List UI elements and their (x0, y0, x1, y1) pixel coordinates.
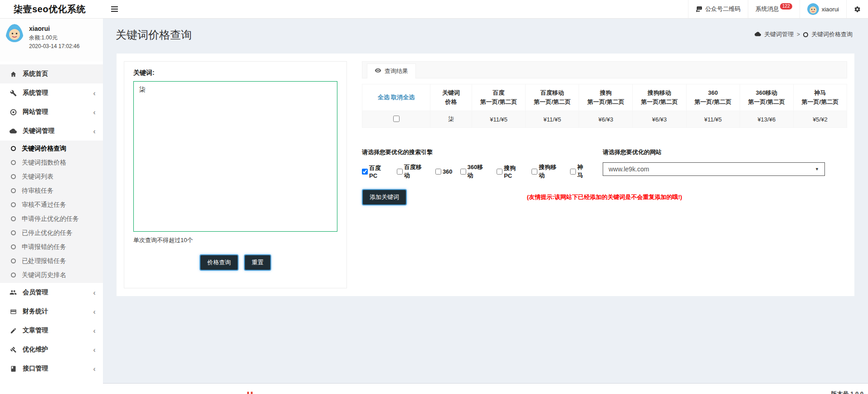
sidebar-item-website[interactable]: 网站管理 ‹ (0, 102, 103, 122)
tab-label: 查询结果 (385, 67, 408, 75)
website-select[interactable]: www.le9k.com ▼ (603, 162, 825, 176)
sidebar-subitem-label: 关键词指数价格 (22, 159, 66, 167)
price-cell: ¥13/¥6 (740, 111, 793, 128)
sidebar-item-home[interactable]: 系统首页 (0, 64, 103, 83)
cloud-icon (9, 127, 17, 135)
circle-icon (11, 230, 16, 235)
engine-checkbox[interactable] (532, 169, 537, 175)
keyword-submenu: 关键词价格查询 关键词指数价格 关键词列表 待审核任务 审核不通过任务 (0, 141, 103, 283)
sidebar-item-optimize[interactable]: 优化维护 ‹ (0, 340, 103, 359)
messages-count-badge: 122 (780, 3, 792, 10)
keyword-textarea[interactable]: 柒 (133, 81, 337, 232)
sidebar-subitem-stopped-tasks[interactable]: 已停止优化的任务 (0, 226, 103, 240)
engine-option-baidu-mobile[interactable]: 百度移动 (397, 163, 428, 180)
price-cell: ¥11/¥5 (686, 111, 740, 128)
circle-icon (11, 160, 16, 165)
engine-checkbox[interactable] (497, 169, 502, 175)
breadcrumb-separator: > (797, 31, 800, 38)
engine-option-360[interactable]: 360 (435, 168, 453, 175)
tab-query-results[interactable]: 查询结果 (367, 63, 416, 78)
column-header: 关键词价格 (430, 84, 472, 111)
keyword-query-card: 关键词: 柒 单次查询不得超过10个 价格查询 重置 (124, 61, 347, 288)
chevron-left-icon: ‹ (93, 108, 96, 116)
sidebar-item-system[interactable]: 系统管理 ‹ (0, 83, 103, 102)
engine-checkbox[interactable] (460, 169, 466, 175)
sidebar-item-finance[interactable]: 财务统计 ‹ (0, 302, 103, 321)
sidebar-item-label: 系统首页 (23, 70, 48, 78)
caret-down-icon: ▼ (815, 167, 819, 171)
row-select-cell (362, 111, 430, 128)
messages-menu-item[interactable]: 系统消息 122 (748, 0, 800, 18)
qrcode-menu-item[interactable]: 公众号二维码 (688, 0, 748, 18)
sidebar-subitem-label: 审核不通过任务 (22, 201, 66, 209)
sidebar-item-member[interactable]: 会员管理 ‹ (0, 283, 103, 302)
sidebar-subitem-handled-error-tasks[interactable]: 已处理报错任务 (0, 254, 103, 268)
engine-checkbox[interactable] (362, 169, 368, 175)
engine-option-sogou-mobile[interactable]: 搜狗移动 (532, 163, 562, 180)
sidebar-subitem-label: 关键词历史排名 (22, 271, 66, 279)
sidebar-item-article[interactable]: 文章管理 ‹ (0, 321, 103, 340)
chevron-left-icon: ‹ (93, 327, 96, 335)
breadcrumb-current: 关键词价格查询 (811, 30, 853, 39)
user-avatar (807, 3, 819, 15)
website-select-label: 请选择您要优化的网站 (603, 148, 825, 156)
hamburger-icon[interactable] (103, 0, 126, 18)
circle-icon (11, 174, 16, 179)
engine-option-sogou-pc[interactable]: 搜狗PC (497, 164, 524, 179)
column-header: 360移动第一页/第二页 (740, 84, 793, 111)
sidebar-subitem-label: 关键词列表 (22, 173, 54, 181)
row-checkbox[interactable] (393, 116, 400, 122)
sidebar-subitem-pending-tasks[interactable]: 待审核任务 (0, 184, 103, 198)
sidebar: xiaorui 余额:1.00元 2020-03-14 17:02:46 系统首… (0, 19, 103, 394)
sidebar-menu: 系统首页 系统管理 ‹ 网站管理 ‹ 关键词管理 ‹ 关键词价格查询 (0, 64, 103, 378)
engine-option-360-mobile[interactable]: 360移动 (460, 163, 489, 180)
engine-option-baidu-pc[interactable]: 百度PC (362, 164, 389, 179)
sidebar-subitem-price-query[interactable]: 关键词价格查询 (0, 141, 103, 156)
price-cell: ¥5/¥2 (793, 111, 847, 128)
friendly-hint: (友情提示:该网站下已经添加的关键词是不会重复添加的哦!) (527, 193, 682, 201)
chevron-left-icon: ‹ (93, 346, 96, 354)
sidebar-subitem-index-price[interactable]: 关键词指数价格 (0, 156, 103, 170)
circle-icon (11, 202, 16, 207)
sidebar-subitem-rejected-tasks[interactable]: 审核不通过任务 (0, 198, 103, 212)
limit-hint: 单次查询不得超过10个 (133, 236, 337, 244)
navbar-right: 公众号二维码 系统消息 122 xiaorui (688, 0, 868, 18)
sidebar-subitem-keyword-list[interactable]: 关键词列表 (0, 170, 103, 184)
select-all-link[interactable]: 全选 (378, 94, 390, 101)
sidebar-subitem-history-rank[interactable]: 关键词历史排名 (0, 268, 103, 282)
deselect-all-link[interactable]: 取消全选 (391, 94, 414, 101)
circle-icon (11, 272, 16, 277)
user-menu-item[interactable]: xiaorui (800, 0, 846, 18)
column-header: 搜狗移动第一页/第二页 (633, 84, 686, 111)
settings-menu-item[interactable] (846, 0, 868, 18)
breadcrumb-parent[interactable]: 关键词管理 (764, 30, 794, 39)
engine-option-shenma[interactable]: 神马 (570, 163, 589, 180)
engine-checkbox[interactable] (397, 169, 403, 175)
top-navbar: 柒壹seo优化系统 公众号二维码 系统消息 122 xiaorui (0, 0, 868, 19)
engine-checkbox[interactable] (435, 169, 441, 175)
sidebar-subitem-label: 已停止优化的任务 (22, 229, 73, 237)
sidebar-item-label: 优化维护 (23, 345, 48, 354)
edit-icon (9, 327, 17, 334)
results-tab-strip: 查询结果 (362, 61, 847, 78)
sidebar-username: xiaorui (29, 25, 79, 32)
website-selected-value: www.le9k.com (609, 165, 649, 173)
cloud-icon (755, 31, 761, 39)
column-header: 神马第一页/第二页 (793, 84, 847, 111)
content-spacer (103, 296, 868, 383)
content-header: 关键词价格查询 关键词管理 > 关键词价格查询 (103, 19, 868, 54)
select-header-cell: 全选 取消全选 (362, 84, 430, 111)
sidebar-subitem-label: 申请停止优化的任务 (22, 215, 79, 223)
sidebar-item-label: 财务统计 (23, 307, 48, 316)
add-keyword-button[interactable]: 添加关键词 (362, 189, 407, 205)
reset-button[interactable]: 重置 (244, 254, 271, 271)
engine-checkbox[interactable] (570, 169, 576, 175)
sidebar-item-label: 文章管理 (23, 326, 48, 335)
sidebar-subitem-error-request-tasks[interactable]: 申请报错的任务 (0, 240, 103, 254)
chevron-left-icon: ‹ (93, 365, 96, 373)
sidebar-subitem-stop-request-tasks[interactable]: 申请停止优化的任务 (0, 212, 103, 226)
price-query-button[interactable]: 价格查询 (200, 254, 239, 271)
sidebar-item-keyword[interactable]: 关键词管理 ‹ (0, 122, 103, 141)
sidebar-item-api[interactable]: 接口管理 ‹ (0, 359, 103, 378)
circle-icon (11, 258, 16, 263)
